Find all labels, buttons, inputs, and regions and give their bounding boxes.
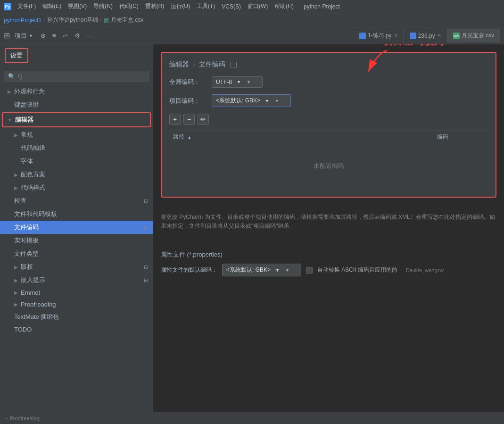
global-encoding-row: 全局编码： UTF-8 ▼ bbox=[169, 76, 488, 88]
squiggly-icon: ~ bbox=[5, 416, 8, 421]
menu-help[interactable]: 帮助(H) bbox=[272, 1, 296, 11]
auto-convert-checkbox[interactable] bbox=[306, 267, 313, 274]
sidebar-item-label: 字体 bbox=[21, 157, 33, 166]
sidebar-item-label: 编辑器 bbox=[15, 116, 33, 124]
sidebar-item-proofreading[interactable]: ▶ Proofreading bbox=[0, 299, 153, 310]
col-encoding: 编码 bbox=[437, 133, 484, 141]
sidebar-item-label: 配色方案 bbox=[21, 170, 45, 179]
menu-navigate[interactable]: 导航(N) bbox=[91, 1, 115, 11]
sidebar-item-label: 文件和代码模板 bbox=[14, 210, 57, 218]
tab-py2-close[interactable]: ✕ bbox=[437, 33, 441, 39]
add-icon[interactable]: ⊕ bbox=[38, 31, 49, 40]
sidebar-item-copyright[interactable]: ▶ 版权 ⊟ bbox=[0, 260, 153, 274]
global-encoding-dropdown[interactable]: UTF-8 ▼ bbox=[212, 76, 263, 88]
sidebar-item-label: TextMate 捆绑包 bbox=[14, 313, 59, 321]
sidebar-item-live-templates[interactable]: 实时模板 bbox=[0, 234, 153, 247]
search-input[interactable] bbox=[18, 73, 145, 80]
properties-title: 属性文件 (*.properties) bbox=[161, 250, 496, 259]
main-layout: 设置 🔍 ▶ 外观和行为 键盘映射 ▼ 编辑器 ▶ 常规 bbox=[0, 44, 504, 412]
edit-path-button[interactable]: ✏ bbox=[198, 114, 209, 125]
breadcrumb-sep1: › bbox=[43, 17, 45, 24]
settings-header-box: 设置 bbox=[5, 48, 28, 63]
sidebar-item-inspection[interactable]: 检查 ⊟ bbox=[0, 194, 153, 208]
settings-label: 设置 bbox=[10, 52, 23, 59]
content-area: 项目编码改为GBK 编辑器 › 文件编码 bbox=[153, 44, 504, 412]
sidebar-item-label: 外观和行为 bbox=[14, 87, 45, 96]
remove-path-button[interactable]: − bbox=[183, 114, 195, 125]
sidebar-item-textmate[interactable]: TextMate 捆绑包 bbox=[0, 310, 153, 324]
list-icon[interactable]: ≡ bbox=[50, 31, 59, 40]
chevron-icon: ▶ bbox=[14, 278, 18, 283]
sidebar-item-label: Emmet bbox=[21, 289, 40, 296]
py1-icon bbox=[359, 33, 366, 39]
project-panel-button[interactable]: 项目 ▼ bbox=[12, 30, 36, 42]
chevron-icon: ▶ bbox=[14, 302, 18, 307]
sidebar-item-label: 文件类型 bbox=[14, 249, 39, 258]
properties-encoding-label: 属性文件的默认编码： bbox=[161, 266, 217, 274]
tab-csv[interactable]: csv 月光宝盒.csv bbox=[447, 29, 500, 42]
breadcrumb-file[interactable]: 月光宝盒.csv bbox=[111, 16, 143, 24]
chevron-icon: ▶ bbox=[14, 172, 18, 177]
breadcrumb-project[interactable]: pythonProject1 bbox=[4, 17, 41, 24]
menu-refactor[interactable]: 重构(R) bbox=[143, 1, 167, 11]
panel-breadcrumb: 编辑器 › 文件编码 bbox=[169, 60, 488, 69]
tab-py2[interactable]: 236.py ✕ bbox=[404, 30, 447, 42]
sidebar-item-code-style[interactable]: ▶ 代码样式 bbox=[0, 181, 153, 194]
sidebar-item-color-scheme[interactable]: ▶ 配色方案 bbox=[0, 168, 153, 181]
chevron-icon: ▶ bbox=[8, 89, 11, 94]
sidebar-item-appearance[interactable]: ▶ 外观和行为 bbox=[0, 85, 153, 98]
search-box: 🔍 bbox=[0, 68, 153, 85]
sidebar-item-emmet[interactable]: ▶ Emmet bbox=[0, 287, 153, 299]
sidebar-item-label: 文件编码 bbox=[14, 223, 39, 232]
global-encoding-value: UTF-8 bbox=[216, 79, 232, 85]
status-bar: ~ Proofreading bbox=[0, 412, 504, 424]
sidebar-item-file-templates[interactable]: 文件和代码模板 bbox=[0, 208, 153, 221]
sidebar-item-label: 代码样式 bbox=[21, 183, 45, 192]
settings-icon[interactable]: ⚙ bbox=[72, 31, 83, 40]
menu-code[interactable]: 代码(C) bbox=[117, 1, 141, 11]
properties-encoding-row: 属性文件的默认编码： <系统默认: GBK> ▼ 自动转换 ASCII 编码且应… bbox=[161, 264, 496, 276]
project-encoding-dropdown[interactable]: <系统默认: GBK> ▼ bbox=[212, 94, 291, 107]
editor-border: ▼ 编辑器 bbox=[2, 112, 151, 127]
menu-window[interactable]: 窗口(W) bbox=[245, 1, 270, 11]
sidebar-item-font[interactable]: 字体 bbox=[0, 155, 153, 168]
project-encoding-label: 项目编码： bbox=[169, 97, 207, 105]
sidebar-item-file-encoding[interactable]: 文件编码 ⊟ bbox=[0, 221, 153, 234]
menu-tools[interactable]: 工具(T) bbox=[194, 1, 217, 11]
panel-icon: ⊞ bbox=[4, 31, 10, 40]
status-proofreading: ~ Proofreading bbox=[5, 416, 39, 421]
chevron-icon: ▶ bbox=[14, 265, 18, 270]
path-label: 路径 bbox=[173, 133, 184, 140]
sort-icon: ▲ bbox=[187, 135, 191, 140]
collapse-icon[interactable]: ⇌ bbox=[60, 31, 71, 40]
menu-view[interactable]: 视图(V) bbox=[66, 1, 89, 11]
properties-encoding-dropdown[interactable]: <系统默认: GBK> ▼ bbox=[222, 264, 301, 276]
menu-vcs[interactable]: VCS(S) bbox=[219, 2, 243, 11]
sidebar-item-keymap[interactable]: 键盘映射 bbox=[0, 98, 153, 111]
title-bar: Py 文件(F) 编辑(E) 视图(V) 导航(N) 代码(C) 重构(R) 运… bbox=[0, 0, 504, 13]
chevron-icon: ▶ bbox=[14, 133, 18, 138]
breadcrumb-folder[interactable]: 孙兴华讲python基础 bbox=[47, 16, 98, 24]
col-path: 路径 ▲ bbox=[173, 133, 433, 141]
no-encoding-message: 未配置编码 bbox=[169, 143, 488, 189]
sidebar-item-general[interactable]: ▶ 常规 bbox=[0, 128, 153, 141]
sidebar-item-label: TODO bbox=[14, 326, 32, 333]
sidebar-item-editor[interactable]: ▼ 编辑器 bbox=[3, 113, 150, 126]
inspection-icon: ⊟ bbox=[144, 198, 148, 204]
dropdown-arrow-icon2: ▼ bbox=[265, 99, 269, 103]
menu-edit[interactable]: 编辑(E) bbox=[40, 1, 64, 11]
tab-py1[interactable]: 1-练习.py ✕ bbox=[354, 29, 404, 42]
menu-run[interactable]: 运行(U) bbox=[168, 1, 192, 11]
sidebar-item-code-edit[interactable]: 代码编辑 bbox=[0, 141, 153, 155]
sidebar-item-todo[interactable]: TODO bbox=[0, 324, 153, 335]
add-path-button[interactable]: + bbox=[169, 114, 181, 125]
sidebar-item-inlay-hints[interactable]: ▶ 嵌入提示 ⊟ bbox=[0, 274, 153, 287]
project-panel-label: 项目 bbox=[15, 32, 27, 40]
project-encoding-value: <系统默认: GBK> bbox=[216, 97, 260, 105]
chevron-icon: ▼ bbox=[8, 117, 12, 123]
menu-file[interactable]: 文件(F) bbox=[15, 1, 38, 11]
sidebar-item-file-types[interactable]: 文件类型 bbox=[0, 247, 153, 260]
search-icon: 🔍 bbox=[8, 73, 15, 80]
tab-py1-close[interactable]: ✕ bbox=[394, 33, 398, 39]
minus-icon[interactable]: — bbox=[84, 31, 96, 40]
